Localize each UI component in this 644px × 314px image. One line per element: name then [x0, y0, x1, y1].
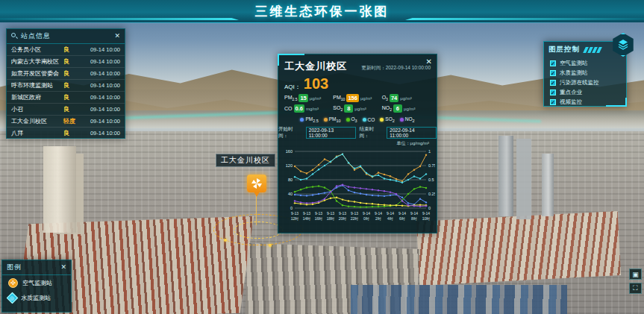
legend-dot-icon: [363, 118, 366, 122]
svg-text:80: 80: [288, 178, 293, 182]
chart-legend: PM2.5PM10O3COSO2NO2: [278, 115, 437, 125]
pollutant-value-badge: 74: [390, 94, 398, 102]
chart-legend-item[interactable]: O3: [346, 116, 357, 123]
fullscreen-button[interactable]: ⛶: [629, 283, 642, 294]
legend-dot-icon: [400, 118, 404, 122]
search-icon[interactable]: [11, 33, 18, 40]
stripe-decor: [584, 47, 601, 53]
svg-text:9-142时: 9-142时: [375, 211, 382, 221]
chart-legend-item[interactable]: PM2.5: [300, 116, 318, 123]
pollutant-name: O3: [382, 95, 388, 101]
red-roof-cluster: [416, 211, 621, 286]
station-detail-popup: ✕ 工大金川校区 更新时间：2022-09-14 10:00:00 AQI： 1…: [278, 54, 437, 233]
chart-unit-note: 单位：μg/mg/m³: [278, 140, 437, 147]
svg-text:9-1320时: 9-1320时: [339, 211, 347, 221]
station-time: 09-14 10:00: [81, 118, 120, 125]
pollutant-name: SO2: [333, 105, 343, 112]
end-time-input[interactable]: 2022-09-14 11:00:00: [387, 127, 437, 139]
station-row[interactable]: 工大金川校区轻度09-14 10:00: [7, 116, 125, 128]
checkbox-checked-icon[interactable]: ✓: [550, 60, 556, 66]
station-grade: 良: [63, 93, 81, 101]
chart-legend-item[interactable]: SO2: [380, 116, 394, 123]
svg-text:0: 0: [290, 206, 293, 210]
close-icon[interactable]: ✕: [114, 33, 120, 40]
pollutant-name: PM10: [333, 95, 345, 101]
layer-toggle[interactable]: ✓重点企业: [550, 87, 620, 97]
layer-toggle[interactable]: ✓水质监测站: [550, 68, 620, 78]
svg-text:0.5: 0.5: [428, 178, 434, 182]
legend-dot-icon: [380, 118, 384, 122]
pollutant-name: PM2.5: [284, 95, 297, 101]
checkbox-checked-icon[interactable]: ✓: [550, 80, 556, 86]
pollutant-unit: μg/m³: [354, 107, 366, 111]
station-row[interactable]: 如意开发区管委会良09-14 10:00: [7, 68, 125, 80]
line-chart: 00400.25800.51200.7516019-1312时9-1314时9-…: [281, 147, 435, 230]
pollutant-value-badge: 6: [393, 104, 402, 113]
svg-text:9-1316时: 9-1316时: [315, 211, 323, 221]
pollutant-unit: μg/m³: [310, 96, 321, 101]
legend-label: PM2.5: [305, 116, 318, 123]
pollutant-value-badge: 156: [346, 94, 359, 102]
station-time: 09-14 10:00: [81, 82, 120, 89]
station-list-panel: 站点信息 ✕ 公务员小区良09-14 10:00内蒙古大学南校区良09-14 1…: [6, 28, 125, 139]
station-row[interactable]: 八拜良09-14 10:00: [7, 128, 125, 139]
air-station-marker-icon[interactable]: [247, 175, 266, 192]
chart-legend-item[interactable]: CO: [363, 116, 375, 123]
aqi-label: AQI：: [284, 83, 301, 91]
air-station-icon: ✣: [8, 278, 18, 288]
legend-item: ✣空气监测站: [2, 275, 71, 291]
minimap-button[interactable]: ▣: [629, 269, 642, 280]
header-decor-line-right: [405, 18, 644, 20]
chart-legend-item[interactable]: PM10: [324, 116, 341, 123]
station-time: 09-14 10:00: [81, 106, 120, 113]
station-row[interactable]: 内蒙古大学南校区良09-14 10:00: [7, 56, 125, 68]
station-grade: 良: [63, 105, 81, 113]
svg-text:9-140时: 9-140时: [363, 211, 370, 221]
svg-text:9-144时: 9-144时: [387, 211, 394, 221]
pollutant-unit: μg/m³: [404, 107, 415, 111]
layer-list: ✓空气监测站✓水质监测站✓污染源在线监控✓重点企业✓视频监控: [544, 56, 626, 109]
pollutant-item: O374μg/m³: [382, 94, 431, 102]
station-name: 工大金川校区: [11, 117, 63, 125]
close-icon[interactable]: ✕: [60, 264, 66, 271]
layer-toggle[interactable]: ✓污染源在线监控: [550, 78, 620, 87]
page-title: 三维生态环保一张图: [255, 3, 390, 20]
station-time: 09-14 10:00: [81, 46, 120, 53]
legend-item-label: 水质监测站: [21, 294, 51, 302]
gray-roof-cluster: [245, 243, 419, 314]
station-row[interactable]: 新城区政府良09-14 10:00: [7, 92, 125, 104]
map-marker-label[interactable]: 工大金川校区: [216, 154, 275, 167]
layers-glyph-icon: [617, 39, 629, 51]
station-row[interactable]: 呼市环境监测站良09-14 10:00: [7, 80, 125, 92]
station-grade: 轻度: [63, 117, 81, 125]
pollutant-name: CO: [284, 106, 293, 111]
svg-text:9-148时: 9-148时: [410, 211, 418, 221]
pollutant-item: NO26μg/m³: [382, 104, 431, 113]
svg-text:9-1312时: 9-1312时: [291, 211, 299, 221]
layer-toggle[interactable]: ✓视频监控: [550, 97, 620, 107]
legend-item: ◎水质监测站: [2, 291, 71, 305]
legend-dot-icon: [346, 118, 350, 122]
legend-dot-icon: [324, 118, 328, 122]
pollutant-item: PM2.515μg/m³: [284, 94, 333, 102]
pollutant-value-badge: 0.6: [294, 104, 304, 113]
update-time: 更新时间：2022-09-14 10:00:00: [347, 65, 431, 72]
chart-legend-item[interactable]: NO2: [400, 116, 415, 123]
checkbox-checked-icon[interactable]: ✓: [550, 70, 556, 76]
checkbox-checked-icon[interactable]: ✓: [550, 99, 556, 105]
layer-label: 视频监控: [560, 98, 582, 106]
pollutant-name: NO2: [382, 105, 392, 112]
pollutant-value-badge: 8: [344, 104, 353, 113]
station-name: 八拜: [11, 129, 63, 137]
start-time-input[interactable]: 2022-09-13 11:00:00: [306, 127, 356, 139]
station-row[interactable]: 公务员小区良09-14 10:00: [7, 44, 125, 56]
legend-label: CO: [368, 117, 375, 122]
svg-text:9-146时: 9-146时: [398, 211, 406, 221]
marker-ring-inner: [234, 222, 283, 239]
station-time: 09-14 10:00: [81, 130, 120, 136]
layer-toggle[interactable]: ✓空气监测站: [550, 58, 620, 68]
layer-label: 重点企业: [560, 89, 582, 96]
station-row[interactable]: 小召良09-14 10:00: [7, 104, 125, 116]
close-icon[interactable]: ✕: [426, 57, 432, 66]
checkbox-checked-icon[interactable]: ✓: [550, 90, 556, 95]
